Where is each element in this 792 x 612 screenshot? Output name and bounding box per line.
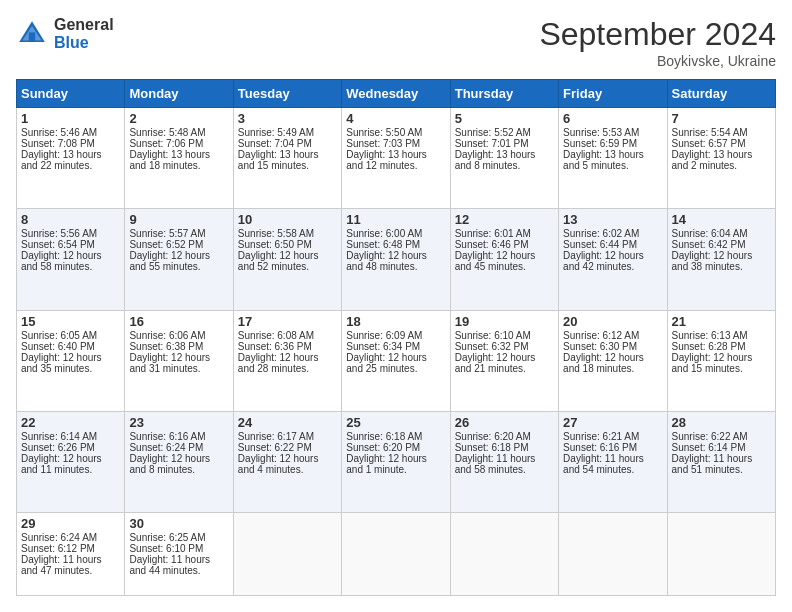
calendar-cell: 10Sunrise: 5:58 AMSunset: 6:50 PMDayligh…	[233, 209, 341, 310]
day-info: Sunset: 6:54 PM	[21, 239, 120, 250]
calendar-cell: 5Sunrise: 5:52 AMSunset: 7:01 PMDaylight…	[450, 108, 558, 209]
day-info: Sunset: 6:32 PM	[455, 341, 554, 352]
day-number: 4	[346, 111, 445, 126]
day-info: Sunset: 6:57 PM	[672, 138, 771, 149]
calendar-cell: 28Sunrise: 6:22 AMSunset: 6:14 PMDayligh…	[667, 411, 775, 512]
day-number: 10	[238, 212, 337, 227]
calendar-cell: 18Sunrise: 6:09 AMSunset: 6:34 PMDayligh…	[342, 310, 450, 411]
day-number: 20	[563, 314, 662, 329]
calendar-cell: 22Sunrise: 6:14 AMSunset: 6:26 PMDayligh…	[17, 411, 125, 512]
day-info: Daylight: 11 hours	[563, 453, 662, 464]
day-info: Sunset: 6:48 PM	[346, 239, 445, 250]
day-info: Daylight: 13 hours	[346, 149, 445, 160]
day-info: Sunset: 6:30 PM	[563, 341, 662, 352]
day-info: Sunset: 6:44 PM	[563, 239, 662, 250]
calendar-cell: 19Sunrise: 6:10 AMSunset: 6:32 PMDayligh…	[450, 310, 558, 411]
day-info: Sunset: 6:14 PM	[672, 442, 771, 453]
day-info: Daylight: 11 hours	[455, 453, 554, 464]
logo: General Blue	[16, 16, 114, 51]
calendar-cell: 23Sunrise: 6:16 AMSunset: 6:24 PMDayligh…	[125, 411, 233, 512]
day-info: Sunrise: 6:05 AM	[21, 330, 120, 341]
day-info: Daylight: 12 hours	[238, 453, 337, 464]
day-info: Sunrise: 6:12 AM	[563, 330, 662, 341]
day-number: 29	[21, 516, 120, 531]
calendar-cell: 6Sunrise: 5:53 AMSunset: 6:59 PMDaylight…	[559, 108, 667, 209]
day-info: Daylight: 12 hours	[129, 352, 228, 363]
day-info: Sunset: 6:20 PM	[346, 442, 445, 453]
day-info: Sunrise: 5:50 AM	[346, 127, 445, 138]
day-info: Sunrise: 6:16 AM	[129, 431, 228, 442]
day-info: Daylight: 12 hours	[238, 352, 337, 363]
day-info: Sunrise: 5:57 AM	[129, 228, 228, 239]
day-info: and 48 minutes.	[346, 261, 445, 272]
day-info: Daylight: 12 hours	[238, 250, 337, 261]
day-info: and 38 minutes.	[672, 261, 771, 272]
day-info: Sunrise: 6:24 AM	[21, 532, 120, 543]
day-info: and 25 minutes.	[346, 363, 445, 374]
day-number: 27	[563, 415, 662, 430]
calendar-cell: 13Sunrise: 6:02 AMSunset: 6:44 PMDayligh…	[559, 209, 667, 310]
logo-icon	[16, 18, 48, 50]
day-number: 6	[563, 111, 662, 126]
day-info: and 18 minutes.	[563, 363, 662, 374]
calendar-cell: 12Sunrise: 6:01 AMSunset: 6:46 PMDayligh…	[450, 209, 558, 310]
logo-text: General Blue	[54, 16, 114, 51]
day-info: Daylight: 12 hours	[455, 250, 554, 261]
day-info: Daylight: 12 hours	[21, 453, 120, 464]
logo-general: General	[54, 16, 114, 34]
day-info: Sunrise: 6:10 AM	[455, 330, 554, 341]
day-info: Sunrise: 6:00 AM	[346, 228, 445, 239]
day-info: Sunset: 7:04 PM	[238, 138, 337, 149]
day-number: 3	[238, 111, 337, 126]
day-number: 13	[563, 212, 662, 227]
calendar-cell: 16Sunrise: 6:06 AMSunset: 6:38 PMDayligh…	[125, 310, 233, 411]
day-info: Sunrise: 5:52 AM	[455, 127, 554, 138]
day-info: Sunset: 6:42 PM	[672, 239, 771, 250]
calendar-cell: 11Sunrise: 6:00 AMSunset: 6:48 PMDayligh…	[342, 209, 450, 310]
day-info: Sunrise: 6:13 AM	[672, 330, 771, 341]
day-info: and 15 minutes.	[238, 160, 337, 171]
calendar-cell	[559, 513, 667, 596]
day-info: and 18 minutes.	[129, 160, 228, 171]
day-info: Sunset: 6:12 PM	[21, 543, 120, 554]
day-info: and 55 minutes.	[129, 261, 228, 272]
day-info: and 31 minutes.	[129, 363, 228, 374]
day-info: Sunrise: 6:02 AM	[563, 228, 662, 239]
day-info: Sunset: 6:34 PM	[346, 341, 445, 352]
calendar-cell: 4Sunrise: 5:50 AMSunset: 7:03 PMDaylight…	[342, 108, 450, 209]
calendar-cell: 26Sunrise: 6:20 AMSunset: 6:18 PMDayligh…	[450, 411, 558, 512]
day-number: 7	[672, 111, 771, 126]
day-info: Sunset: 6:22 PM	[238, 442, 337, 453]
header-sunday: Sunday	[17, 80, 125, 108]
day-info: Daylight: 11 hours	[21, 554, 120, 565]
calendar-cell	[342, 513, 450, 596]
day-number: 18	[346, 314, 445, 329]
calendar-cell: 2Sunrise: 5:48 AMSunset: 7:06 PMDaylight…	[125, 108, 233, 209]
day-info: and 22 minutes.	[21, 160, 120, 171]
day-number: 15	[21, 314, 120, 329]
day-info: Daylight: 12 hours	[672, 250, 771, 261]
header-wednesday: Wednesday	[342, 80, 450, 108]
day-info: Daylight: 13 hours	[563, 149, 662, 160]
day-info: and 47 minutes.	[21, 565, 120, 576]
day-number: 5	[455, 111, 554, 126]
day-info: and 44 minutes.	[129, 565, 228, 576]
day-info: and 35 minutes.	[21, 363, 120, 374]
day-info: and 11 minutes.	[21, 464, 120, 475]
day-info: Daylight: 12 hours	[129, 453, 228, 464]
day-info: and 42 minutes.	[563, 261, 662, 272]
day-info: Sunrise: 6:25 AM	[129, 532, 228, 543]
svg-rect-2	[29, 32, 35, 42]
day-info: Sunrise: 6:04 AM	[672, 228, 771, 239]
day-number: 19	[455, 314, 554, 329]
day-number: 9	[129, 212, 228, 227]
day-info: Sunrise: 6:20 AM	[455, 431, 554, 442]
calendar-cell: 8Sunrise: 5:56 AMSunset: 6:54 PMDaylight…	[17, 209, 125, 310]
day-info: and 51 minutes.	[672, 464, 771, 475]
day-number: 24	[238, 415, 337, 430]
calendar-cell: 24Sunrise: 6:17 AMSunset: 6:22 PMDayligh…	[233, 411, 341, 512]
day-info: and 2 minutes.	[672, 160, 771, 171]
day-info: Sunset: 6:24 PM	[129, 442, 228, 453]
day-info: Daylight: 12 hours	[21, 352, 120, 363]
day-number: 12	[455, 212, 554, 227]
